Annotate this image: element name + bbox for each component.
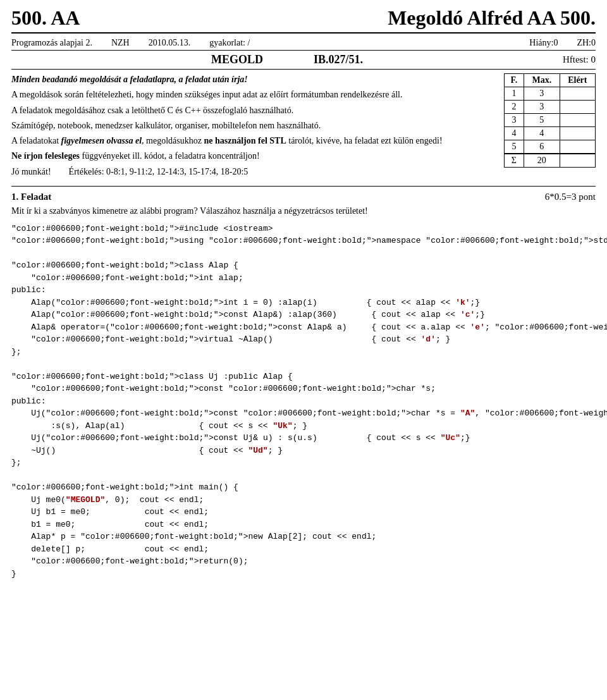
score-cell: 6	[524, 140, 560, 154]
code-line: "color:#006600;font-weight:bold;">virtua…	[11, 333, 607, 346]
zh-label: ZH:0	[577, 38, 596, 48]
code-line: "color:#006600;font-weight:bold;">class …	[11, 259, 607, 272]
main-content: Minden beadandó megoldását a feladatlapr…	[11, 70, 596, 181]
score-sum-cell	[560, 154, 595, 168]
score-cell	[560, 87, 595, 101]
header-info-row: Programozás alapjai 2. NZH 2010.05.13. g…	[11, 36, 596, 51]
code-line: Alap* p = "color:#006600;font-weight:bol…	[11, 531, 607, 543]
right-title: Megoldó Alfréd AA 500.	[388, 6, 596, 30]
problem-label: 1. Feladat	[11, 192, 51, 202]
code-line: };	[11, 457, 607, 469]
score-cell: 4	[524, 127, 560, 140]
code-line: Alap("color:#006600;font-weight:bold;">i…	[11, 297, 607, 309]
code-line: Alap("color:#006600;font-weight:bold;">c…	[11, 309, 607, 321]
code-line: "color:#006600;font-weight:bold;">int al…	[11, 272, 607, 285]
ib-label: IB.027/51.	[314, 53, 363, 66]
code-line: };	[11, 346, 607, 359]
code-line	[11, 247, 607, 260]
score-col-f: F.	[505, 74, 524, 87]
code-line: "color:#006600;font-weight:bold;">int ma…	[11, 481, 607, 494]
score-cell	[560, 114, 595, 127]
code-line	[11, 469, 607, 482]
problem-header: 1. Feladat 6*0.5=3 pont	[11, 192, 596, 202]
code-line: Alap& operator=("color:#006600;font-weig…	[11, 321, 607, 334]
intro-p3: A feladatok megoldásához csak a letölthe…	[11, 104, 498, 117]
score-sum-cell: 20	[524, 154, 560, 168]
code-and-grid: "color:#006600;font-weight:bold;">#inclu…	[11, 223, 596, 584]
code-line: "color:#006600;font-weight:bold;">const …	[11, 383, 607, 395]
score-table: F. Max. Elért 1323354456 Σ20	[504, 73, 596, 168]
score-cell: 3	[524, 101, 560, 114]
score-cell: 5	[505, 140, 524, 154]
divider	[11, 186, 596, 187]
header-info-right: Hiány:0 ZH:0	[529, 38, 596, 48]
code-line: Uj("color:#006600;font-weight:bold;">con…	[11, 407, 607, 420]
score-cell: 2	[505, 101, 524, 114]
code-line: b1 = me0; cout << endl;	[11, 519, 607, 531]
exam-label: NZH	[111, 38, 130, 48]
subject-label: Programozás alapjai 2.	[11, 38, 92, 48]
score-cell: 1	[505, 87, 524, 101]
code-line: "color:#006600;font-weight:bold;">class …	[11, 371, 607, 383]
code-line: Uj me0("MEGOLD", 0); cout << endl;	[11, 494, 607, 507]
intro-p5: A feladatokat figyelmesen olvassa el, me…	[11, 135, 498, 147]
score-table-section: F. Max. Elért 1323354456 Σ20	[504, 73, 596, 181]
score-cell: 3	[524, 87, 560, 101]
practice-label: gyakorlat: /	[209, 38, 250, 48]
score-sum-cell: Σ	[505, 154, 524, 168]
code-line: public:	[11, 395, 607, 408]
date-label: 2010.05.13.	[149, 38, 191, 48]
hiany-label: Hiány:0	[529, 38, 558, 48]
code-line: "color:#006600;font-weight:bold;">#inclu…	[11, 223, 607, 235]
score-cell	[560, 140, 595, 154]
score-cell	[560, 127, 595, 140]
left-title: 500. AA	[11, 6, 80, 30]
code-line	[11, 358, 607, 371]
header-title-row: 500. AA Megoldó Alfréd AA 500.	[11, 6, 596, 34]
code-line: "color:#006600;font-weight:bold;">return…	[11, 555, 607, 568]
score-cell	[560, 101, 595, 114]
intro-p2: A megoldások során feltételezheti, hogy …	[11, 89, 498, 101]
score-col-max: Max.	[524, 74, 560, 87]
intro-p4: Számítógép, notebook, menedzser kalkulát…	[11, 120, 498, 132]
code-main: "color:#006600;font-weight:bold;">#inclu…	[11, 223, 607, 584]
problem-desc: Mit ír ki a szabványos kimenetre az aláb…	[11, 205, 596, 218]
megold-label: MEGOLD	[211, 53, 263, 66]
code-line: public:	[11, 284, 607, 297]
code-line: "color:#006600;font-weight:bold;">using …	[11, 235, 607, 247]
code-line: :s(s), Alap(al) { cout << s << "Uk"; }	[11, 420, 607, 433]
megold-row: MEGOLD IB.027/51. Hftest: 0	[11, 51, 596, 70]
code-line: Uj("color:#006600;font-weight:bold;">con…	[11, 432, 607, 445]
intro-p1: Minden beadandó megoldását a feladatlapr…	[11, 73, 498, 86]
code-line: }	[11, 568, 607, 580]
score-col-elert: Elért	[560, 74, 595, 87]
score-cell: 3	[505, 114, 524, 127]
score-cell: 4	[505, 127, 524, 140]
code-line: delete[] p; cout << endl;	[11, 543, 607, 556]
intro-p7: Jó munkát! Értékelés: 0-8:1, 9-11:2, 12-…	[11, 166, 498, 178]
score-cell: 5	[524, 114, 560, 127]
text-section: Minden beadandó megoldását a feladatlapr…	[11, 73, 498, 181]
problem-points: 6*0.5=3 pont	[545, 192, 596, 202]
header-info-left: Programozás alapjai 2. NZH 2010.05.13. g…	[11, 38, 250, 48]
code-block: "color:#006600;font-weight:bold;">#inclu…	[11, 223, 607, 580]
hftest-label: Hftest: 0	[563, 54, 596, 65]
code-line: ~Uj() { cout << "Ud"; }	[11, 445, 607, 457]
code-line: Uj b1 = me0; cout << endl;	[11, 506, 607, 519]
intro-p6: Ne írjon felesleges függvényeket ill. kó…	[11, 150, 498, 163]
page: 500. AA Megoldó Alfréd AA 500. Programoz…	[0, 0, 607, 700]
